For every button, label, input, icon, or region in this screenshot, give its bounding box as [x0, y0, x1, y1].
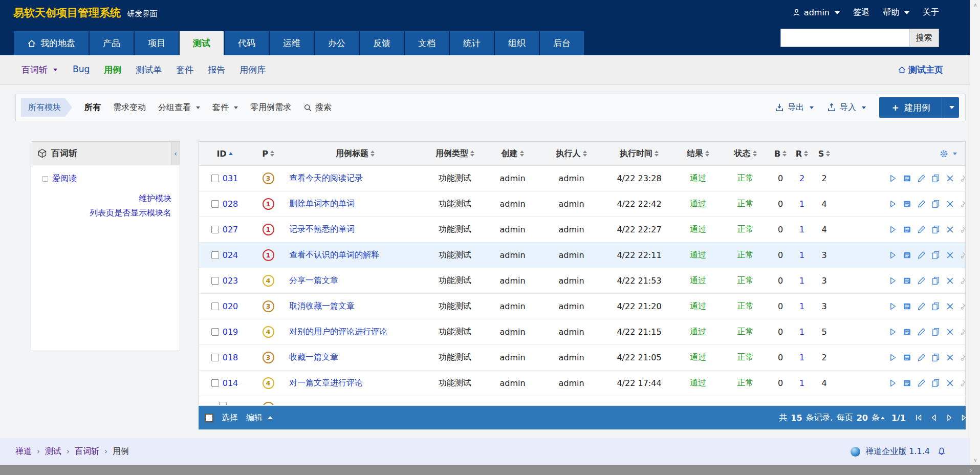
case-title-link[interactable]: 收藏一篇文章 [289, 352, 338, 363]
edit-icon[interactable] [917, 328, 926, 336]
edit-icon[interactable] [917, 276, 926, 285]
sidebar-collapse-button[interactable]: ‹ [171, 142, 180, 165]
nav-tab[interactable]: 统计 [450, 31, 494, 55]
copy-icon[interactable] [931, 353, 940, 362]
edit-icon[interactable] [917, 174, 926, 183]
copy-icon[interactable] [931, 379, 940, 387]
module-tree-item[interactable]: 爱阅读 [37, 174, 173, 184]
maintain-modules-link[interactable]: 维护模块 [37, 191, 171, 206]
filter-tab[interactable]: 需求变动 [113, 102, 146, 113]
case-id-link[interactable]: 031 [223, 174, 238, 183]
case-result-link[interactable]: 通过 [690, 327, 706, 337]
delete-icon[interactable] [946, 302, 954, 311]
column-header[interactable]: 用例类型 [424, 148, 486, 159]
case-title-link[interactable]: 分享一篇文章 [289, 275, 338, 286]
copy-icon[interactable] [931, 276, 940, 285]
notification-bell-icon[interactable] [937, 447, 946, 456]
row-checkbox[interactable] [211, 303, 219, 310]
row-checkbox[interactable] [211, 251, 219, 259]
subnav-item[interactable]: Bug [73, 64, 90, 76]
run-case-icon[interactable] [888, 200, 897, 208]
result-count-link[interactable]: 2 [799, 174, 804, 183]
view-results-icon[interactable] [903, 200, 911, 208]
column-header[interactable]: 状态 [721, 148, 770, 159]
nav-tab[interactable]: 代码 [225, 31, 269, 55]
case-result-link[interactable]: 通过 [690, 173, 706, 184]
delete-icon[interactable] [946, 328, 954, 336]
nav-tab[interactable]: 我的地盘 [14, 31, 89, 55]
row-checkbox[interactable] [211, 379, 219, 387]
run-case-icon[interactable] [888, 251, 897, 260]
subnav-item[interactable]: 套件 [176, 64, 193, 76]
delete-icon[interactable] [946, 353, 954, 362]
run-case-icon[interactable] [888, 302, 897, 311]
view-results-icon[interactable] [903, 225, 911, 234]
view-results-icon[interactable] [903, 276, 911, 285]
case-title-link[interactable]: 查看今天的阅读记录 [289, 173, 363, 184]
export-menu[interactable]: 导出 [775, 102, 814, 113]
row-checkbox[interactable] [211, 200, 219, 208]
edit-icon[interactable] [917, 200, 926, 208]
result-count-link[interactable]: 1 [799, 301, 804, 311]
run-case-icon[interactable] [888, 174, 897, 183]
case-title-link[interactable]: 对别的用户的评论进行评论 [289, 327, 387, 337]
column-header[interactable]: S [813, 149, 836, 159]
next-page-button[interactable] [945, 414, 953, 422]
filter-tab[interactable]: 分组查看 [158, 102, 200, 113]
breadcrumb-item[interactable]: 百词斩 [75, 446, 99, 457]
show-module-name-link[interactable]: 列表页是否显示模块名 [37, 206, 171, 220]
column-header[interactable]: 用例标题 [286, 148, 424, 159]
nav-tab[interactable]: 项目 [135, 31, 179, 55]
edit-icon[interactable] [917, 302, 926, 311]
global-search-button[interactable]: 搜索 [909, 29, 939, 47]
case-result-link[interactable]: 通过 [690, 378, 706, 388]
case-id-link[interactable]: 019 [223, 327, 238, 337]
help-menu[interactable]: 帮助 [883, 7, 909, 18]
run-case-icon[interactable] [888, 328, 897, 336]
row-checkbox[interactable] [211, 328, 219, 336]
copy-icon[interactable] [931, 251, 940, 260]
case-title-link[interactable]: 删除单词本的单词 [289, 199, 355, 209]
column-header[interactable]: 执行时间 [603, 148, 675, 159]
filter-tab[interactable]: 所有 [84, 102, 101, 113]
subnav-item[interactable]: 用例库 [239, 64, 266, 76]
module-link[interactable]: 爱阅读 [52, 174, 77, 184]
result-count-link[interactable]: 1 [799, 199, 804, 209]
case-id-link[interactable]: 023 [223, 276, 238, 286]
case-id-link[interactable]: 020 [223, 301, 238, 311]
subnav-item[interactable]: 报告 [208, 64, 225, 76]
scroll-up-arrow[interactable]: ∧ [970, 2, 980, 8]
view-results-icon[interactable] [903, 328, 911, 336]
run-case-icon[interactable] [888, 353, 897, 362]
case-id-link[interactable]: 027 [223, 225, 238, 234]
case-title-link[interactable]: 记录不熟悉的单词 [289, 224, 355, 235]
global-search-input[interactable] [780, 29, 909, 47]
result-count-link[interactable]: 1 [799, 250, 804, 260]
view-results-icon[interactable] [903, 251, 911, 260]
column-header[interactable]: P [250, 149, 286, 159]
batch-edit-button[interactable]: 编辑 [246, 413, 273, 423]
breadcrumb-item[interactable]: 测试 [45, 446, 61, 457]
column-header[interactable]: 执行人 [539, 148, 603, 159]
test-home-link[interactable]: 测试主页 [898, 64, 943, 76]
run-case-icon[interactable] [888, 276, 897, 285]
breadcrumb-item[interactable]: 禅道 [15, 446, 32, 457]
delete-icon[interactable] [946, 200, 954, 208]
scroll-down-arrow[interactable]: ∨ [970, 457, 980, 463]
view-results-icon[interactable] [903, 379, 911, 387]
copy-icon[interactable] [931, 200, 940, 208]
case-result-link[interactable]: 通过 [690, 199, 706, 209]
row-checkbox[interactable] [211, 277, 219, 285]
case-title-link[interactable]: 查看不认识的单词的解释 [289, 250, 379, 261]
nav-tab[interactable]: 办公 [315, 31, 359, 55]
about-link[interactable]: 关于 [923, 7, 939, 18]
case-result-link[interactable]: 通过 [690, 275, 706, 286]
module-filter-chip[interactable]: 所有模块 [21, 98, 72, 117]
nav-tab[interactable]: 文档 [405, 31, 449, 55]
subnav-item[interactable]: 用例 [104, 64, 121, 76]
run-case-icon[interactable] [888, 379, 897, 387]
run-case-icon[interactable] [888, 225, 897, 234]
vertical-scrollbar[interactable]: ∧ ∨ [970, 0, 980, 465]
row-checkbox[interactable] [211, 175, 219, 182]
case-title-link[interactable]: 对一篇文章进行评论 [289, 378, 363, 388]
